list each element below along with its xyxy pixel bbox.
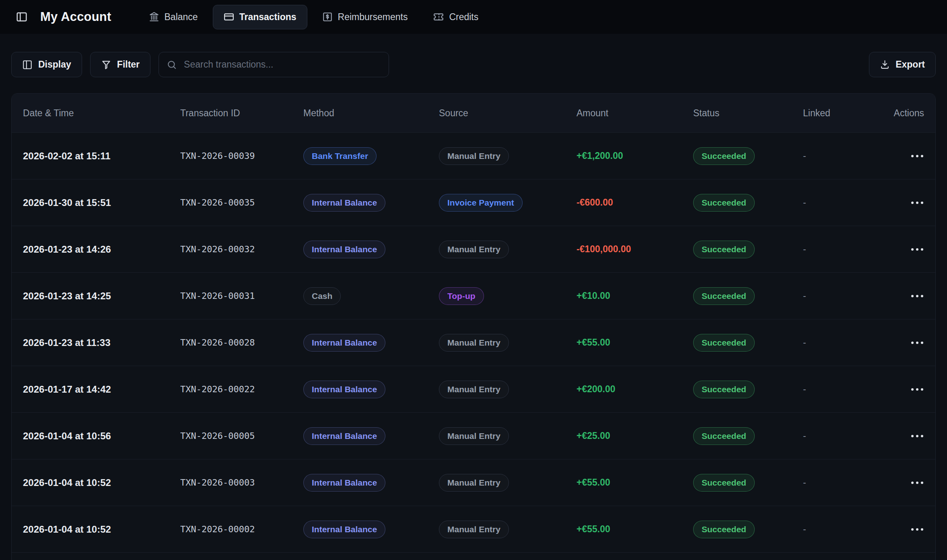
source-badge: Manual Entry [439,334,509,352]
cell-linked: - [803,477,877,488]
tab-reimbursements[interactable]: Reimbursements [311,5,419,29]
filter-button-label: Filter [117,59,140,70]
cell-method: Internal Balance [303,427,439,445]
cell-linked: - [803,337,877,348]
filter-button[interactable]: Filter [90,52,150,77]
status-badge: Succeeded [693,334,755,352]
method-badge: Internal Balance [303,194,385,212]
row-actions-button[interactable] [910,524,924,535]
cell-actions [910,384,924,395]
search-box [159,52,389,77]
source-badge: Manual Entry [439,147,509,165]
table-row[interactable]: 2026-01-23 at 14:26TXN-2026-00032Interna… [12,226,935,272]
source-badge: Manual Entry [439,381,509,398]
cell-source: Manual Entry [439,147,576,165]
cell-method: Internal Balance [303,474,439,492]
row-actions-button[interactable] [910,431,924,441]
cell-source: Manual Entry [439,521,576,538]
source-badge: Manual Entry [439,241,509,258]
cell-actions [910,431,924,441]
tab-balance[interactable]: Balance [138,5,209,29]
table-row[interactable]: 2026-02-02 at 15:11TXN-2026-00039Bank Tr… [12,132,935,179]
ellipsis-icon [911,295,914,297]
column-header-transaction-id: Transaction ID [180,108,303,119]
cell-status: Succeeded [693,241,803,258]
transactions-table: Date & TimeTransaction IDMethodSourceAmo… [11,93,936,560]
table-row[interactable]: 2026-01-30 at 15:51TXN-2026-00035Interna… [12,179,935,226]
cell-source: Manual Entry [439,241,576,258]
cell-status: Succeeded [693,194,803,212]
status-badge: Succeeded [693,147,755,165]
cell-linked: - [803,384,877,395]
cell-amount: +€200.00 [576,384,693,395]
table-row[interactable]: 2026-01-04 at 10:56TXN-2026-00005Interna… [12,412,935,459]
cell-amount: +€1,200.00 [576,150,693,161]
cell-status: Succeeded [693,334,803,352]
row-actions-button[interactable] [910,338,924,348]
table-body: 2026-02-02 at 15:11TXN-2026-00039Bank Tr… [12,132,935,552]
cell-source: Top-up [439,287,576,305]
status-badge: Succeeded [693,241,755,258]
ticket-icon [433,12,444,22]
row-actions-button[interactable] [910,198,924,208]
cell-method: Cash [303,287,439,305]
cell-method: Internal Balance [303,194,439,212]
cell-actions [910,151,924,161]
column-header-method: Method [303,108,439,119]
tab-credits[interactable]: Credits [422,5,489,29]
table-header-row: Date & TimeTransaction IDMethodSourceAmo… [12,94,935,132]
row-actions-button[interactable] [910,244,924,255]
ellipsis-icon [911,202,914,204]
next-row-partial [12,552,935,560]
table-row[interactable]: 2026-01-23 at 14:25TXN-2026-00031CashTop… [12,272,935,319]
method-badge: Cash [303,287,341,305]
method-badge: Internal Balance [303,334,385,352]
cell-linked: - [803,290,877,301]
source-badge: Manual Entry [439,427,509,445]
row-actions-button[interactable] [910,151,924,161]
cell-status: Succeeded [693,287,803,305]
sidebar-toggle-button[interactable] [13,8,31,26]
cell-status: Succeeded [693,427,803,445]
cell-method: Internal Balance [303,241,439,258]
cell-datetime: 2026-01-04 at 10:52 [23,477,180,488]
source-badge: Manual Entry [439,474,509,492]
tab-bar: BalanceTransactionsReimbursementsCredits [138,5,490,29]
tab-transactions[interactable]: Transactions [213,5,307,29]
ellipsis-icon [911,342,914,344]
column-header-source: Source [439,108,576,119]
row-actions-button[interactable] [910,384,924,395]
tab-label: Balance [165,12,198,23]
export-button[interactable]: Export [869,52,936,77]
cell-datetime: 2026-02-02 at 15:11 [23,150,180,162]
table-row[interactable]: 2026-01-04 at 10:52TXN-2026-00002Interna… [12,506,935,552]
cell-datetime: 2026-01-04 at 10:56 [23,430,180,442]
table-row[interactable]: 2026-01-17 at 14:42TXN-2026-00022Interna… [12,366,935,412]
status-badge: Succeeded [693,381,755,398]
cell-transaction-id: TXN-2026-00002 [180,524,303,534]
cell-transaction-id: TXN-2026-00022 [180,384,303,394]
method-badge: Internal Balance [303,474,385,492]
row-actions-button[interactable] [910,291,924,301]
page-title: My Account [40,10,111,24]
cell-source: Manual Entry [439,474,576,492]
top-bar: My Account BalanceTransactionsReimbursem… [0,0,947,34]
table-row[interactable]: 2026-01-23 at 11:33TXN-2026-00028Interna… [12,319,935,366]
cell-linked: - [803,244,877,255]
row-actions-button[interactable] [910,478,924,488]
table-row[interactable]: 2026-01-04 at 10:52TXN-2026-00003Interna… [12,459,935,506]
columns-icon [22,60,33,70]
ellipsis-icon [911,248,914,251]
method-badge: Bank Transfer [303,147,377,165]
export-button-wrap: Export [869,52,936,77]
column-header-status: Status [693,108,803,119]
cell-transaction-id: TXN-2026-00039 [180,151,303,161]
cell-amount: +€25.00 [576,430,693,441]
column-header-date-time: Date & Time [23,108,180,119]
search-input[interactable] [159,52,389,77]
status-badge: Succeeded [693,474,755,492]
tab-label: Credits [449,12,478,23]
cell-status: Succeeded [693,381,803,398]
display-button[interactable]: Display [11,52,82,77]
cell-status: Succeeded [693,474,803,492]
